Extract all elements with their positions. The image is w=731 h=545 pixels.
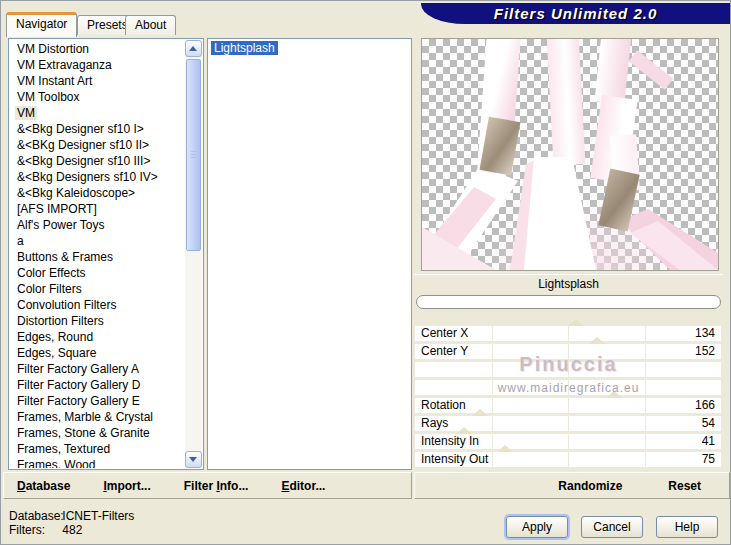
category-scrollbar[interactable]: [185, 40, 202, 468]
param-row[interactable]: Rotation166: [415, 398, 721, 413]
param-label: Center Y: [421, 344, 468, 359]
slider-tick: [568, 416, 569, 431]
category-item[interactable]: Filter Factory Gallery E: [10, 393, 185, 409]
category-item[interactable]: &<Bkg Designer sf10 III>: [10, 153, 185, 169]
param-label: Rotation: [421, 398, 466, 413]
slider-tick: [645, 326, 646, 341]
category-item[interactable]: Edges, Square: [10, 345, 185, 361]
category-listbox: VM DistortionVM ExtravaganzaVM Instant A…: [8, 38, 204, 470]
title-banner: Filters Unlimited 2.0: [421, 3, 730, 24]
param-label: Rays: [421, 416, 448, 431]
slider-tick: [492, 434, 493, 449]
category-item[interactable]: VM: [10, 105, 185, 121]
param-value: 152: [695, 344, 715, 359]
slider-tick: [645, 380, 646, 395]
toolstrip-right: RandomizeReset: [414, 472, 730, 499]
slider-tick: [645, 398, 646, 413]
cancel-button[interactable]: Cancel: [581, 516, 643, 538]
category-item[interactable]: VM Toolbox: [10, 89, 185, 105]
category-item[interactable]: VM Distortion: [10, 41, 185, 57]
reset-button[interactable]: Reset: [668, 479, 701, 493]
parameter-rows: Center X134Center Y152Rotation166Rays54I…: [415, 326, 721, 470]
slider-tick: [645, 362, 646, 377]
slider-tick: [645, 452, 646, 467]
category-item[interactable]: VM Instant Art: [10, 73, 185, 89]
param-slider-thumb[interactable]: [497, 445, 513, 452]
slider-tick: [568, 398, 569, 413]
slider-tick: [645, 434, 646, 449]
database-button[interactable]: Database: [17, 479, 70, 493]
database-label: Database:: [9, 509, 59, 523]
tab-navigator[interactable]: Navigator: [6, 12, 77, 37]
category-item[interactable]: Filter Factory Gallery D: [10, 377, 185, 393]
editor-button[interactable]: Editor...: [281, 479, 325, 493]
filter-listbox: Lightsplash: [207, 38, 412, 470]
slider-tick: [492, 326, 493, 341]
filter-info-button[interactable]: Filter Info...: [184, 479, 249, 493]
category-item[interactable]: Color Effects: [10, 265, 185, 281]
scrollbar-thumb[interactable]: [186, 59, 201, 251]
filters-unlimited-dialog: Filters Unlimited 2.0 Navigator Presets …: [0, 0, 731, 545]
scroll-up-icon[interactable]: [185, 40, 202, 57]
param-value: 134: [695, 326, 715, 341]
category-item[interactable]: Frames, Textured: [10, 441, 185, 457]
status-area: Database: ICNET-Filters Filters: 482: [9, 509, 134, 537]
category-item[interactable]: &<Bkg Designers sf10 IV>: [10, 169, 185, 185]
param-row[interactable]: Intensity In41: [415, 434, 721, 449]
database-value: ICNET-Filters: [62, 509, 134, 523]
category-item[interactable]: Buttons & Frames: [10, 249, 185, 265]
param-label: Intensity Out: [421, 452, 488, 467]
category-item[interactable]: Color Filters: [10, 281, 185, 297]
slider-tick: [645, 416, 646, 431]
category-item[interactable]: Convolution Filters: [10, 297, 185, 313]
light-ray: [594, 38, 631, 104]
param-row[interactable]: Intensity Out75: [415, 452, 721, 467]
param-label: Center X: [421, 326, 468, 341]
import-button[interactable]: Import...: [103, 479, 150, 493]
category-item[interactable]: &<Bkg Kaleidoscope>: [10, 185, 185, 201]
slider-tick: [492, 380, 493, 395]
randomize-button[interactable]: Randomize: [558, 479, 622, 493]
filters-value: 482: [62, 523, 82, 537]
slider-tick: [492, 398, 493, 413]
filter-list: Lightsplash: [208, 39, 411, 55]
category-item[interactable]: VM Extravaganza: [10, 57, 185, 73]
preview-panel: Lightsplash Center X134Center Y152Rotati…: [414, 34, 723, 472]
param-value: 166: [695, 398, 715, 413]
param-value: 75: [702, 452, 715, 467]
help-button[interactable]: Help: [656, 516, 718, 538]
slider-tick: [492, 452, 493, 467]
filters-label: Filters:: [9, 523, 59, 537]
apply-button[interactable]: Apply: [506, 516, 568, 538]
param-slider-thumb[interactable]: [589, 337, 605, 344]
filter-item[interactable]: Lightsplash: [211, 41, 278, 55]
param-slider-thumb[interactable]: [568, 319, 584, 326]
category-item[interactable]: Alf's Power Toys: [10, 217, 185, 233]
param-row[interactable]: Center X134: [415, 326, 721, 341]
slider-tick: [492, 416, 493, 431]
light-ray: [547, 38, 586, 166]
category-item[interactable]: a: [10, 233, 185, 249]
category-item[interactable]: [AFS IMPORT]: [10, 201, 185, 217]
param-row-empty: [415, 380, 721, 395]
category-item[interactable]: &<BKg Designer sf10 II>: [10, 137, 185, 153]
selected-filter-label: Lightsplash: [414, 274, 723, 293]
tab-about[interactable]: About: [125, 15, 176, 35]
category-item[interactable]: Edges, Round: [10, 329, 185, 345]
slider-tick: [568, 326, 569, 341]
category-item[interactable]: Distortion Filters: [10, 313, 185, 329]
slider-tick: [645, 344, 646, 359]
param-row[interactable]: Center Y152: [415, 344, 721, 359]
status-filters-row: Filters: 482: [9, 523, 134, 537]
param-label: Intensity In: [421, 434, 479, 449]
scroll-down-icon[interactable]: [185, 451, 202, 468]
category-item[interactable]: Filter Factory Gallery A: [10, 361, 185, 377]
slider-tick: [568, 452, 569, 467]
category-item[interactable]: Frames, Stone & Granite: [10, 425, 185, 441]
category-item[interactable]: Frames, Marble & Crystal: [10, 409, 185, 425]
param-slider-thumb[interactable]: [472, 409, 488, 416]
category-item[interactable]: Frames, Wood: [10, 457, 185, 468]
param-slider-thumb[interactable]: [456, 427, 472, 434]
category-item[interactable]: &<Bkg Designer sf10 I>: [10, 121, 185, 137]
param-slider-thumb[interactable]: [606, 391, 622, 398]
